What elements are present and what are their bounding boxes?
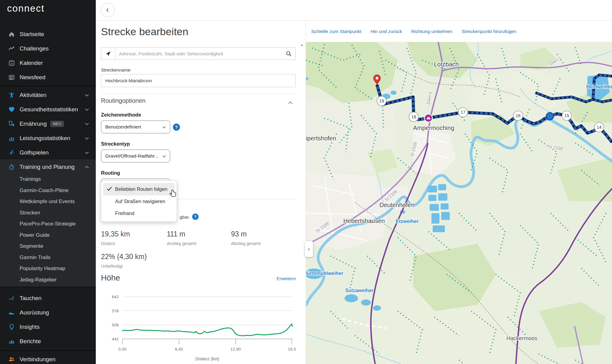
nutrition-icon xyxy=(8,120,15,128)
chevron-down-icon xyxy=(162,153,166,159)
svg-text:0,00: 0,00 xyxy=(118,347,126,351)
poi-mountain-marker[interactable] xyxy=(424,114,432,122)
map-label-town: Hebertshausen xyxy=(343,217,385,224)
sidebar-item-berichte[interactable]: Berichte xyxy=(0,334,96,348)
sidebar-item-tauchen[interactable]: Tauchen xyxy=(0,291,96,305)
menu-item-freihand[interactable]: Freihand xyxy=(103,207,175,219)
current-point-marker[interactable] xyxy=(546,113,554,120)
golf-icon xyxy=(8,149,15,156)
stat-distance-value: 19,35 km xyxy=(101,230,130,238)
svg-text:19: 19 xyxy=(379,98,384,103)
routing-label: Routing xyxy=(101,170,120,176)
sidebar-item-startseite[interactable]: Startseite xyxy=(0,27,96,41)
svg-text:19,3: 19,3 xyxy=(288,347,296,351)
svg-text:12,90: 12,90 xyxy=(230,347,241,351)
sidebar-item-label: Newsfeed xyxy=(20,74,46,81)
sidebar-subitem-trainings[interactable]: Trainings xyxy=(0,174,96,185)
reverse-direction-link[interactable]: Richtung umkehren xyxy=(411,29,452,34)
help-icon[interactable]: ? xyxy=(173,124,180,131)
sidebar-subitem-pacepro-pace-strategie[interactable]: PacePro-Pace-Strategie xyxy=(0,218,96,230)
svg-text:18: 18 xyxy=(411,114,416,119)
sidebar-item-label: Startseite xyxy=(20,31,44,38)
sidebar-item-ernaehrung[interactable]: Ernährung NEU xyxy=(0,117,96,131)
routing-options-heading: Routingoptionen xyxy=(101,97,146,104)
chevron-down-icon xyxy=(85,121,89,127)
map-label-town: Lotzbach xyxy=(434,61,459,68)
sidebar-item-kalender[interactable]: 31 Kalender xyxy=(0,56,96,70)
sidebar-item-label: Ernährung xyxy=(20,121,47,127)
map-toolbar: Schleife zum Startpunkt Hin und zurück R… xyxy=(306,21,612,42)
stat-unpaved-value: 22% (4,30 km) xyxy=(101,253,147,261)
elevation-heading: Höhe xyxy=(101,273,120,283)
section-collapse-chevron-icon[interactable] xyxy=(288,100,293,106)
sidebar-subitem-garmin-coach-plaene[interactable]: Garmin-Coach-Pläne xyxy=(0,185,96,196)
menu-item-beliebten-routen-folgen[interactable]: Beliebten Routen folgen xyxy=(103,183,175,195)
sidebar-subitem-strecken[interactable]: Strecken xyxy=(0,207,96,219)
sidebar-subitem-power-guide[interactable]: Power Guide xyxy=(0,230,96,241)
sidebar-item-gesundheitsstatistiken[interactable]: Gesundheitsstatistiken xyxy=(0,102,96,117)
svg-text:576: 576 xyxy=(112,309,119,313)
search-input[interactable] xyxy=(115,51,282,56)
sidebar-item-challenges[interactable]: Challenges xyxy=(0,41,96,56)
waypoint-marker-19[interactable]: 19 xyxy=(377,96,386,106)
sidebar-divider xyxy=(0,351,96,351)
performance-stats-icon xyxy=(8,135,15,142)
waypoint-marker-16[interactable]: 16 xyxy=(513,111,523,121)
people-icon xyxy=(8,356,15,363)
sidebar-item-label: Berichte xyxy=(20,338,41,345)
map-panel: Schleife zum Startpunkt Hin und zurück R… xyxy=(306,0,612,364)
scroll-up-arrow[interactable]: ▲ xyxy=(300,43,304,46)
map-label-water: Würmmühlweiher xyxy=(306,271,343,276)
draw-method-select[interactable]: Benutzerdefiniert xyxy=(101,121,170,133)
newsfeed-icon xyxy=(8,74,15,81)
help-icon[interactable]: ? xyxy=(192,214,199,220)
expand-link[interactable]: Erweitern xyxy=(277,276,296,281)
svg-text:Distanz (km): Distanz (km) xyxy=(195,356,219,361)
sidebar-subitem-jetlag-ratgeber[interactable]: Jetlag-Ratgeber xyxy=(0,274,96,286)
course-name-field[interactable] xyxy=(101,74,296,87)
panel-collapse-handle[interactable]: ‹ xyxy=(305,241,313,257)
map-label-town-small: Hackermoos xyxy=(506,335,537,341)
waypoint-marker-18[interactable]: 18 xyxy=(409,112,419,122)
waypoint-marker-15[interactable]: 15 xyxy=(562,111,572,121)
svg-text:6,45: 6,45 xyxy=(175,347,183,351)
sidebar-item-ausruestung[interactable]: Ausrüstung xyxy=(0,305,96,320)
partial-hidden-text: gbar. xyxy=(180,214,190,220)
back-button[interactable] xyxy=(101,3,115,17)
course-type-select[interactable]: Gravel/Offroad-Radfahr... xyxy=(101,150,170,162)
out-and-back-link[interactable]: Hin und zurück xyxy=(371,29,402,34)
map-canvas[interactable]: LotzbachAmpermochingDeutenhofenHebertsha… xyxy=(306,42,612,364)
sidebar-item-aktivitaeten[interactable]: Aktivitäten xyxy=(0,88,96,102)
map-label-water: Heidweiher xyxy=(586,84,612,89)
sidebar-item-label: Training und Planung xyxy=(20,164,75,170)
draw-method-label: Zeichenmethode xyxy=(101,112,141,118)
menu-item-auf-strassen-navigieren[interactable]: Auf Straßen navigieren xyxy=(103,195,175,207)
sidebar-item-leistungsstatistiken[interactable]: Leistungsstatistiken xyxy=(0,131,96,145)
sidebar-item-label: Gesundheitsstatistiken xyxy=(20,106,78,113)
sidebar-subitem-wettkaempfe-und-events[interactable]: Wettkämpfe und Events xyxy=(0,196,96,207)
garmin-connect-app: connect Startseite Challenges 31 Kalende… xyxy=(0,0,612,364)
svg-text:17: 17 xyxy=(461,110,465,115)
search-icon[interactable] xyxy=(282,48,295,60)
sidebar-subitem-popularity-heatmap[interactable]: Popularity Heatmap xyxy=(0,263,96,274)
add-course-point-link[interactable]: Streckenpunkt hinzufügen xyxy=(462,29,517,34)
connect-logo[interactable]: connect xyxy=(7,3,45,14)
sidebar-subitem-garmin-trails[interactable]: Garmin Trails xyxy=(0,252,96,263)
sidebar-subitem-segmente[interactable]: Segmente xyxy=(0,241,96,252)
sidebar-item-verbindungen[interactable]: Verbindungen xyxy=(0,352,96,364)
course-editor-panel: ▲ Strecke bearbeiten Streckenname Routin… xyxy=(96,0,306,364)
waypoint-marker-14[interactable]: 14 xyxy=(595,123,604,132)
shoe-icon xyxy=(8,309,15,316)
sidebar-item-newsfeed[interactable]: Newsfeed xyxy=(0,70,96,84)
sidebar-item-label: Kalender xyxy=(20,60,43,66)
stat-ascent-label: Anstieg gesamt xyxy=(167,241,196,246)
map-label-water: Etzweiher xyxy=(396,219,419,224)
svg-text:508: 508 xyxy=(112,323,119,327)
sidebar-item-training-und-planung[interactable]: Training und Planung xyxy=(0,160,96,174)
editor-header xyxy=(96,0,306,21)
location-arrow-icon[interactable] xyxy=(101,48,115,60)
sidebar-item-insights[interactable]: Insights xyxy=(0,320,96,334)
waypoint-marker-17[interactable]: 17 xyxy=(458,108,468,117)
sidebar-item-golfspielen[interactable]: Golfspielen xyxy=(0,145,96,160)
loop-to-start-link[interactable]: Schleife zum Startpunkt xyxy=(311,29,361,34)
